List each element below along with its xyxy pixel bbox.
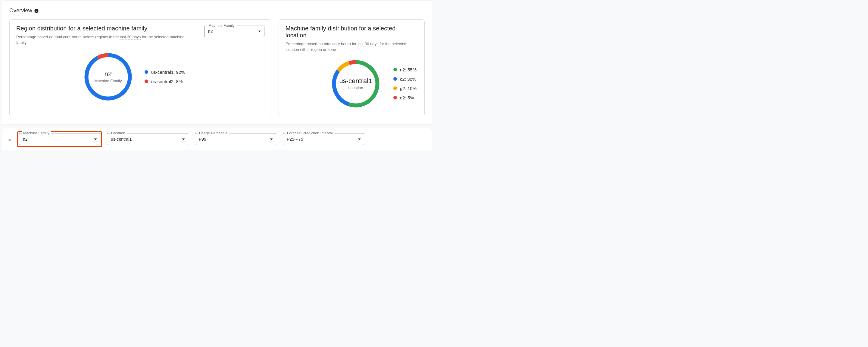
help-icon[interactable] (34, 8, 39, 13)
usage-percentile-select[interactable]: Usage Percentile P99 (195, 133, 276, 145)
select-value: n2 (23, 137, 28, 141)
select-value: P25-P75 (287, 137, 303, 141)
cards-row: Region distribution for a selected machi… (9, 19, 425, 116)
chevron-down-icon (258, 31, 261, 32)
machine-family-select-card[interactable]: Machine Family n2 (204, 26, 265, 37)
legend-item: e2: 5% (393, 95, 416, 100)
last-30-days-link[interactable]: last 30 days (120, 35, 141, 39)
region-card-subtitle: Percentage based on total core hours acr… (16, 34, 191, 46)
filter-bar: Machine Family n2 Location us-central1 U… (2, 128, 432, 151)
select-label: Usage Percentile (197, 131, 229, 135)
filter-icon[interactable] (6, 135, 13, 143)
select-value: n2 (208, 29, 213, 34)
select-value: P99 (199, 137, 206, 141)
legend-dot-icon (393, 96, 397, 99)
region-card-title: Region distribution for a selected machi… (16, 25, 191, 32)
chevron-down-icon (94, 138, 97, 140)
region-donut-chart: n2 Machine Family (83, 51, 134, 102)
last-30-days-link[interactable]: last 30 days (358, 41, 378, 46)
legend-item: g2: 10% (393, 86, 416, 91)
legend-item: n2: 55% (393, 67, 416, 72)
select-label: Machine Family (207, 24, 236, 28)
forecast-interval-select[interactable]: Forecast Prediction Interval P25-P75 (283, 133, 364, 145)
legend-dot-icon (393, 68, 397, 71)
legend-dot-icon (145, 80, 148, 83)
chevron-down-icon (358, 138, 361, 140)
svg-point-0 (34, 9, 38, 13)
legend-dot-icon (393, 77, 397, 81)
legend-item: c2: 30% (393, 76, 416, 82)
family-chart-area: us-central1 Location n2: 55% c2: 30% (285, 58, 416, 109)
family-distribution-card: Machine family distribution for a select… (279, 19, 425, 116)
overview-panel: Overview Region distribution for a selec… (2, 1, 432, 124)
select-label: Location (110, 131, 127, 135)
legend-dot-icon (393, 87, 397, 90)
region-legend: us-central1: 92% us-central2: 8% (145, 70, 185, 84)
legend-item: us-central1: 92% (145, 70, 185, 75)
family-card-title: Machine family distribution for a select… (285, 25, 418, 39)
select-label: Forecast Prediction Interval (285, 131, 334, 135)
region-distribution-card: Region distribution for a selected machi… (9, 19, 271, 116)
family-legend: n2: 55% c2: 30% g2: 10% e2: 5% (393, 67, 416, 100)
family-card-subtitle: Percentage based on total core hours for… (285, 41, 418, 53)
legend-item: us-central2: 8% (145, 79, 185, 84)
location-select[interactable]: Location us-central1 (107, 133, 188, 145)
select-value: us-central1 (111, 137, 132, 141)
overview-title: Overview (9, 7, 32, 14)
select-label: Machine Family (22, 131, 51, 135)
overview-header: Overview (9, 7, 425, 14)
chevron-down-icon (270, 138, 273, 140)
machine-family-highlight: Machine Family n2 (17, 131, 102, 147)
chevron-down-icon (182, 138, 185, 140)
svg-point-1 (87, 55, 130, 98)
family-donut-chart: us-central1 Location (330, 58, 381, 109)
machine-family-select[interactable]: Machine Family n2 (19, 133, 100, 145)
legend-dot-icon (145, 70, 148, 74)
region-chart-area: n2 Machine Family us-central1: 92% us-ce… (83, 51, 265, 102)
